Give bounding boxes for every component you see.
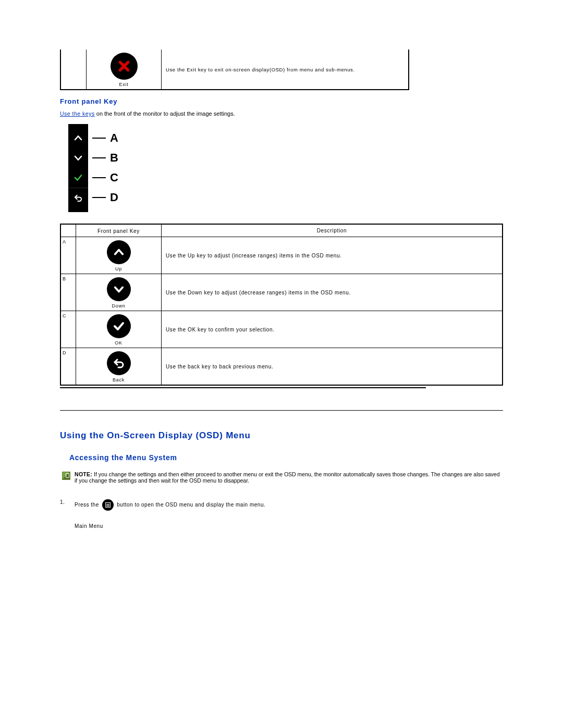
diagram-cell-up bbox=[68, 128, 88, 148]
diagram-cell-ok bbox=[68, 168, 88, 188]
diagram-strip bbox=[68, 124, 88, 212]
up-label: Up bbox=[78, 266, 159, 272]
osd-heading: Using the On-Screen Display (OSD) Menu bbox=[60, 430, 503, 441]
use-the-keys-link[interactable]: Use the keys bbox=[60, 110, 95, 117]
menu-button-icon bbox=[102, 499, 114, 511]
row-icon-cell: Up bbox=[76, 237, 162, 274]
exit-icon bbox=[111, 53, 138, 80]
row-letter: A bbox=[60, 237, 76, 274]
ok-label: OK bbox=[78, 340, 159, 346]
diagram-cell-down bbox=[68, 148, 88, 168]
section-divider bbox=[60, 410, 503, 411]
step1-after: button to open the OSD menu and display … bbox=[117, 502, 265, 508]
header-spacer bbox=[60, 224, 76, 237]
ok-icon bbox=[107, 314, 131, 338]
diagram-label-c: C bbox=[110, 168, 118, 188]
row-desc: Use the Up key to adjust (increase range… bbox=[162, 237, 503, 274]
row-letter: D bbox=[60, 348, 76, 386]
diagram-label-b: B bbox=[110, 148, 118, 168]
row-letter: B bbox=[60, 274, 76, 311]
intro-line: Use the keys on the front of the monitor… bbox=[60, 110, 503, 117]
diagram-label-a: A bbox=[110, 128, 118, 148]
row-icon-cell: Down bbox=[76, 274, 162, 311]
row-icon-cell: OK bbox=[76, 311, 162, 348]
front-panel-key-table: Front panel Key Description A Up Use the… bbox=[60, 224, 503, 386]
header-left: Front panel Key bbox=[76, 224, 162, 237]
intro-rest: on the front of the monitor to adjust th… bbox=[95, 110, 235, 117]
note-label: NOTE: bbox=[75, 471, 92, 477]
diagram-label-d: D bbox=[110, 188, 118, 207]
row-icon-cell: Back bbox=[76, 348, 162, 386]
header-right: Description bbox=[162, 224, 503, 237]
front-panel-heading: Front panel Key bbox=[60, 97, 503, 105]
exit-icon-cell: Exit bbox=[87, 50, 162, 90]
note-text: NOTE: If you change the settings and the… bbox=[75, 471, 503, 484]
row-desc: Use the OK key to confirm your selection… bbox=[162, 311, 503, 348]
row-letter: C bbox=[60, 311, 76, 348]
exit-label: Exit bbox=[89, 82, 159, 87]
note-row: NOTE: If you change the settings and the… bbox=[60, 471, 503, 484]
down-icon bbox=[107, 277, 131, 301]
table-row: B Down Use the Down key to adjust (decre… bbox=[60, 274, 503, 311]
row-desc: Use the back key to back previous menu. bbox=[162, 348, 503, 386]
diagram-labels: A B C D bbox=[88, 124, 118, 212]
step-1: Press the button to open the OSD menu an… bbox=[60, 499, 503, 529]
osd-subheading: Accessing the Menu System bbox=[69, 453, 503, 462]
table-bottom-rule bbox=[60, 387, 426, 388]
steps-list: Press the button to open the OSD menu an… bbox=[60, 499, 503, 529]
step-1-line: Press the button to open the OSD menu an… bbox=[75, 499, 503, 511]
up-icon bbox=[107, 240, 131, 264]
top-letter-cell bbox=[60, 50, 87, 90]
back-label: Back bbox=[78, 377, 159, 382]
note-body: If you change the settings and then eith… bbox=[75, 471, 500, 484]
main-menu-caption: Main Menu bbox=[75, 523, 503, 529]
front-panel-diagram: A B C D bbox=[68, 124, 503, 212]
back-icon bbox=[107, 351, 131, 375]
step1-before: Press the bbox=[75, 502, 101, 508]
table-row: C OK Use the OK key to confirm your sele… bbox=[60, 311, 503, 348]
exit-desc: Use the Exit key to exit on-screen displ… bbox=[162, 50, 409, 90]
table-row: D Back Use the back key to back previous… bbox=[60, 348, 503, 386]
table-row: A Up Use the Up key to adjust (increase … bbox=[60, 237, 503, 274]
diagram-cell-back bbox=[68, 188, 88, 208]
top-key-table: Exit Use the Exit key to exit on-screen … bbox=[60, 50, 409, 90]
down-label: Down bbox=[78, 303, 159, 309]
row-desc: Use the Down key to adjust (decrease ran… bbox=[162, 274, 503, 311]
note-icon bbox=[62, 472, 70, 480]
